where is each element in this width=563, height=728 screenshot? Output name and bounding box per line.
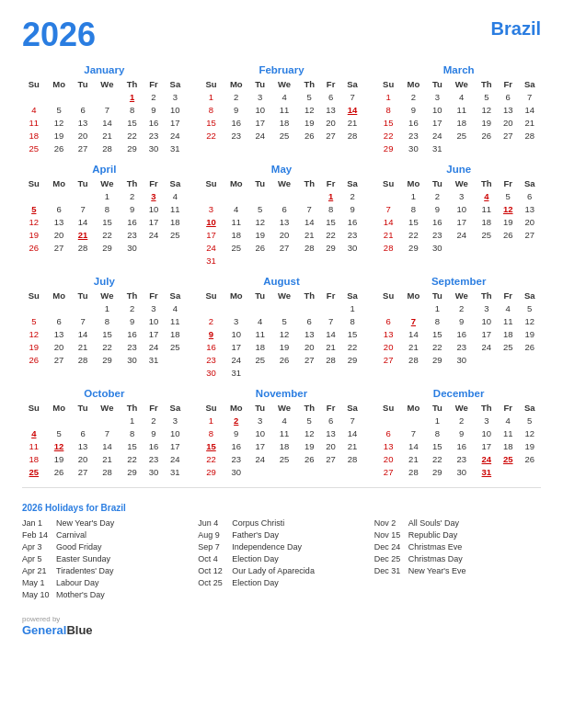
- calendar-day: 4: [498, 301, 518, 314]
- month-block-april: AprilSuMoTuWeThFrSa123456789101112131415…: [22, 164, 187, 267]
- calendar-day: 12: [518, 314, 541, 327]
- calendar-day: 30: [341, 241, 364, 254]
- day-header: We: [448, 290, 476, 301]
- calendar-day: [270, 254, 298, 267]
- calendar-day: 27: [298, 353, 320, 366]
- calendar-day: 26: [298, 452, 320, 465]
- calendar-day: 25: [498, 452, 518, 465]
- calendar-day: 23: [400, 129, 427, 142]
- calendar-day: 4: [270, 414, 298, 427]
- calendar-day: 29: [121, 465, 143, 478]
- day-header: Tu: [73, 78, 94, 90]
- calendar-day: 15: [200, 116, 224, 129]
- calendar-day: [518, 353, 541, 366]
- day-header: Tu: [427, 402, 448, 414]
- calendar-day: [498, 142, 518, 154]
- holiday-name: Our Lady of Aparecida: [232, 566, 315, 575]
- calendar-day: 15: [94, 215, 121, 228]
- calendar-day: 3: [164, 414, 187, 427]
- calendar-day: 24: [249, 452, 270, 465]
- holiday-item: Aug 9Father's Day: [198, 530, 364, 540]
- calendar-day: 19: [249, 228, 270, 241]
- month-title: February: [200, 64, 364, 75]
- calendar-day: 28: [73, 353, 94, 366]
- calendar-day: 21: [94, 129, 121, 142]
- calendar-day: 30: [144, 465, 164, 478]
- holiday-name: Mother's Day: [56, 590, 105, 599]
- calendar-day: 12: [518, 427, 541, 439]
- day-header: Mo: [46, 78, 73, 90]
- calendar-day: 10: [476, 427, 498, 439]
- calendar-day: 9: [121, 202, 143, 215]
- calendar-day: 13: [376, 327, 400, 340]
- calendar-day: 19: [270, 340, 298, 353]
- day-header: Su: [22, 290, 46, 301]
- powered-by-label: powered by: [22, 615, 93, 623]
- calendar-day: 24: [164, 452, 187, 465]
- day-header: Sa: [518, 290, 541, 301]
- calendar-day: 27: [73, 142, 94, 154]
- calendar-day: 5: [22, 314, 46, 327]
- calendar-day: 11: [164, 314, 187, 327]
- calendar-day: 31: [164, 465, 187, 478]
- calendar-day: 28: [341, 129, 364, 142]
- calendar-day: 26: [22, 241, 46, 254]
- calendar-day: 6: [46, 202, 73, 215]
- calendar-day: [320, 366, 340, 379]
- calendar-day: 7: [94, 427, 121, 439]
- day-header: Th: [476, 290, 498, 301]
- day-header: Sa: [164, 78, 187, 90]
- calendar-day: [270, 366, 298, 379]
- day-header: Sa: [518, 78, 541, 90]
- calendar-day: 2: [448, 301, 476, 314]
- day-header: Su: [376, 78, 400, 90]
- calendar-day: [298, 465, 320, 478]
- holiday-item: May 1Labour Day: [22, 578, 189, 587]
- calendar-day: 3: [427, 90, 448, 103]
- calendar-day: 7: [376, 202, 400, 215]
- calendar-day: [46, 189, 73, 202]
- calendar-day: [270, 301, 298, 314]
- calendar-day: 22: [427, 340, 448, 353]
- calendar-day: 1: [320, 189, 340, 202]
- calendar-day: 18: [498, 327, 518, 340]
- calendar-day: [94, 414, 121, 427]
- calendar-day: 8: [94, 314, 121, 327]
- holiday-item: Dec 25Christmas Day: [374, 554, 541, 563]
- calendar-day: 20: [298, 340, 320, 353]
- day-header: Su: [22, 177, 46, 189]
- calendar-day: 16: [448, 327, 476, 340]
- day-header: Th: [476, 177, 498, 189]
- calendar-day: [200, 301, 224, 314]
- calendar-day: 11: [270, 103, 298, 116]
- holiday-name: Tiradentes' Day: [56, 566, 113, 575]
- calendar-day: 2: [448, 414, 476, 427]
- calendar-day: 29: [427, 353, 448, 366]
- calendar-day: 20: [498, 116, 518, 129]
- holiday-name: Republic Day: [408, 530, 458, 540]
- holiday-name: Election Day: [232, 554, 279, 563]
- month-title: April: [22, 164, 187, 175]
- calendar-day: 3: [200, 202, 224, 215]
- calendar-day: 3: [144, 189, 164, 202]
- calendar-day: [298, 254, 320, 267]
- calendar-day: 26: [249, 241, 270, 254]
- day-header: Sa: [164, 290, 187, 301]
- calendar-day: 10: [144, 202, 164, 215]
- day-header: Fr: [498, 290, 518, 301]
- calendar-day: 7: [518, 90, 541, 103]
- holiday-name: Labour Day: [56, 578, 99, 587]
- calendar-day: 21: [518, 116, 541, 129]
- calendar-day: 18: [498, 439, 518, 452]
- calendar-day: 6: [73, 427, 94, 439]
- month-title: March: [376, 64, 541, 75]
- calendar-day: 14: [94, 116, 121, 129]
- calendar-day: [249, 465, 270, 478]
- calendar-day: 24: [144, 340, 164, 353]
- month-title: November: [200, 388, 364, 399]
- calendar-day: 10: [448, 202, 476, 215]
- calendar-day: 17: [476, 327, 498, 340]
- holiday-date: Feb 14: [22, 530, 52, 540]
- calendar-day: [22, 414, 46, 427]
- calendar-day: 30: [121, 241, 143, 254]
